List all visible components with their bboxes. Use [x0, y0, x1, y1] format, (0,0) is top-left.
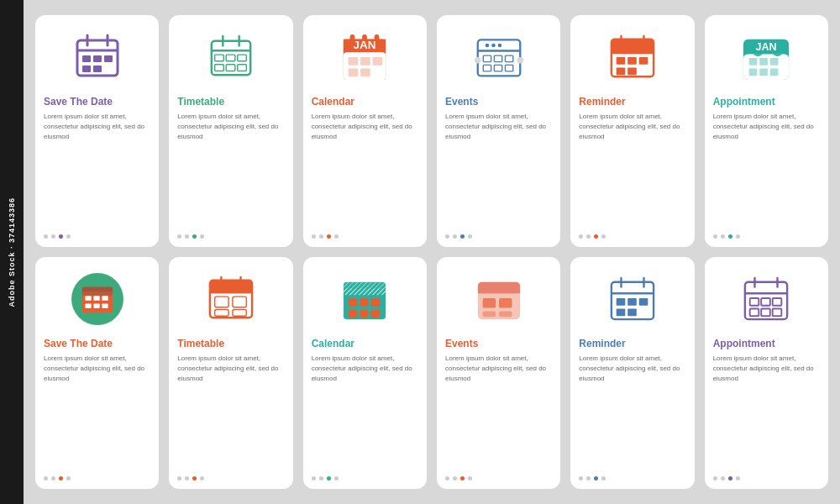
svg-rect-91 [371, 310, 381, 318]
dots [177, 234, 204, 239]
svg-rect-61 [749, 69, 758, 76]
svg-rect-28 [360, 57, 370, 66]
svg-rect-44 [505, 65, 512, 71]
svg-rect-62 [760, 69, 769, 76]
svg-rect-86 [349, 298, 358, 307]
card-title: Timetable [177, 338, 224, 349]
card-body: Lorem ipsum dolor sit amet, consectetur … [177, 112, 284, 142]
svg-rect-81 [233, 310, 246, 317]
svg-rect-40 [494, 55, 501, 61]
card-title: Reminder [579, 338, 625, 349]
dots [312, 234, 339, 239]
card-calendar-1: JAN Calendar Lorem ipsum dolor sit amet,… [303, 15, 427, 247]
svg-rect-98 [499, 311, 512, 317]
calendar-teal-filled-icon [341, 276, 388, 323]
svg-point-38 [497, 44, 501, 48]
card-reminder-1: Reminder Lorem ipsum dolor sit amet, con… [570, 15, 694, 247]
svg-rect-4 [82, 55, 91, 62]
svg-rect-54 [627, 68, 637, 76]
svg-rect-70 [85, 303, 91, 307]
icon-area [713, 269, 820, 329]
svg-rect-75 [210, 287, 252, 294]
icon-area [312, 269, 418, 329]
card-save-the-date-2: Save The Date Lorem ipsum dolor sit amet… [35, 257, 159, 489]
card-body: Lorem ipsum dolor sit amet, consectetur … [177, 354, 284, 384]
svg-rect-72 [102, 303, 108, 307]
svg-rect-9 [212, 41, 250, 76]
svg-rect-113 [762, 298, 771, 306]
card-timetable-1: Timetable Lorem ipsum dolor sit amet, co… [169, 15, 292, 247]
svg-rect-106 [617, 309, 626, 317]
icon-area [44, 27, 150, 87]
watermark-text: Adobe Stock · 374143386 [8, 197, 16, 307]
svg-rect-52 [639, 57, 648, 65]
svg-rect-41 [505, 55, 512, 61]
svg-rect-14 [226, 55, 235, 61]
card-events-1: Events Lorem ipsum dolor sit amet, conse… [437, 15, 560, 247]
svg-rect-16 [215, 65, 224, 71]
svg-rect-67 [85, 296, 91, 300]
svg-rect-96 [499, 298, 512, 308]
svg-rect-66 [81, 286, 112, 291]
dots [579, 476, 606, 480]
svg-rect-51 [627, 57, 637, 65]
svg-text:JAN: JAN [354, 39, 376, 51]
card-body: Lorem ipsum dolor sit amet, consectetur … [713, 112, 820, 142]
dots [713, 234, 740, 239]
card-title: Save The Date [44, 338, 113, 349]
watermark: Adobe Stock · 374143386 [0, 0, 24, 504]
dots [44, 476, 71, 480]
grid-container: Save The Date Lorem ipsum dolor sit amet… [24, 0, 840, 504]
svg-rect-53 [617, 68, 626, 76]
svg-rect-56 [743, 54, 789, 80]
svg-rect-29 [373, 57, 383, 66]
svg-rect-114 [773, 298, 782, 306]
card-appointment-1: JAN Appointment Lorem ipsum dolor sit am… [705, 15, 828, 247]
svg-rect-116 [762, 309, 771, 317]
svg-rect-30 [349, 69, 359, 77]
calendar-events-blue-icon [475, 33, 523, 81]
dots [44, 234, 71, 239]
card-body: Lorem ipsum dolor sit amet, consectetur … [312, 354, 418, 384]
svg-rect-7 [82, 66, 91, 72]
card-title: Appointment [713, 338, 775, 349]
svg-rect-58 [749, 58, 758, 66]
svg-rect-112 [750, 298, 759, 306]
card-body: Lorem ipsum dolor sit amet, consectetur … [44, 112, 150, 142]
svg-rect-89 [349, 310, 358, 318]
card-title: Events [445, 96, 478, 108]
dots [177, 476, 204, 480]
icon-area: JAN [713, 27, 820, 87]
svg-rect-80 [215, 310, 228, 317]
svg-rect-103 [617, 298, 626, 306]
svg-rect-78 [215, 297, 228, 307]
icon-area [177, 269, 284, 329]
svg-point-35 [517, 57, 522, 63]
svg-rect-95 [482, 298, 495, 308]
svg-rect-107 [627, 309, 637, 317]
icon-area [177, 27, 284, 87]
svg-rect-97 [482, 311, 495, 317]
card-title: Timetable [177, 96, 224, 108]
svg-rect-27 [349, 57, 359, 66]
card-body: Lorem ipsum dolor sit amet, consectetur … [445, 354, 552, 384]
svg-rect-15 [238, 55, 247, 61]
dots [445, 234, 472, 239]
calendar-jan-teal-icon: JAN [742, 31, 790, 83]
card-calendar-2: Calendar Lorem ipsum dolor sit amet, con… [303, 257, 427, 489]
svg-rect-90 [360, 310, 370, 318]
card-body: Lorem ipsum dolor sit amet, consectetur … [44, 354, 150, 384]
dots [445, 476, 472, 480]
svg-rect-5 [93, 55, 102, 62]
calendar-reminder-red-icon [608, 33, 657, 81]
svg-rect-88 [371, 298, 381, 307]
svg-rect-79 [233, 297, 246, 307]
svg-rect-63 [770, 69, 779, 76]
card-title: Events [445, 338, 478, 349]
icon-area [579, 269, 685, 329]
svg-rect-59 [760, 58, 769, 66]
icon-area [445, 269, 552, 329]
card-appointment-2: Appointment Lorem ipsum dolor sit amet, … [705, 257, 828, 489]
card-reminder-2: Reminder Lorem ipsum dolor sit amet, con… [570, 257, 694, 489]
card-title: Calendar [312, 96, 354, 108]
